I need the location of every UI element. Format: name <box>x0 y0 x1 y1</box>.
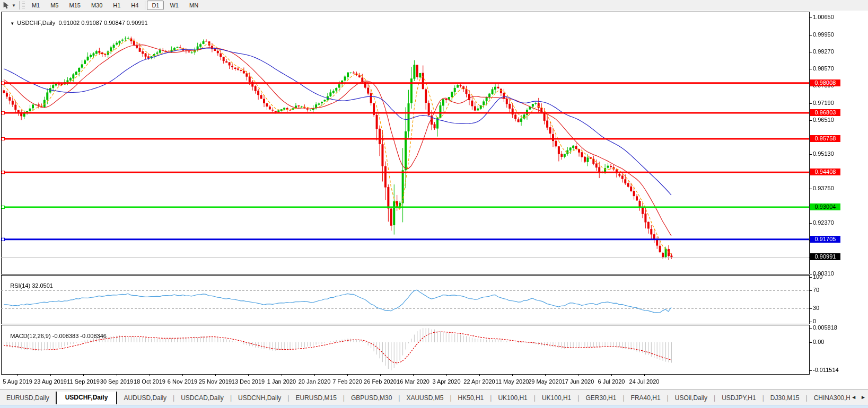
window-edge-strip <box>0 405 868 408</box>
date-tick-label: 20 Jan 2020 <box>299 378 331 385</box>
macd-signal-value: -0.008346 <box>80 333 107 339</box>
macd-name: MACD(12,26,9) <box>10 333 50 339</box>
tab-scroll-right-icon[interactable]: ► <box>861 394 866 400</box>
rsi-name: RSI(14) <box>10 282 30 289</box>
level-price-badge: 0.91705 <box>810 236 840 243</box>
date-tick-label: 16 Mar 2020 <box>397 378 429 385</box>
timeframe-button-M30[interactable]: M30 <box>86 1 107 10</box>
chart-tab-uk100-h1[interactable]: UK100,H1 <box>536 392 577 404</box>
date-tick-label: 3 Apr 2020 <box>432 378 460 385</box>
timeframe-button-M1[interactable]: M1 <box>27 1 45 10</box>
date-tick-label: 6 Jul 2020 <box>598 378 625 385</box>
chart-ohlc-title: ▼USDCHF,Daily 0.91002 0.91087 0.90847 0.… <box>4 13 148 32</box>
timeframe-button-D1[interactable]: D1 <box>147 1 164 10</box>
chart-tab-gbpusd-m30[interactable]: GBPUSD,M30 <box>345 392 398 404</box>
price-tick-label: 0.98570 <box>813 65 834 72</box>
price-tick-label: 0.97190 <box>813 100 834 106</box>
chart-symbol-period: USDCHF,Daily <box>17 20 55 26</box>
price-tick-label: 0.96510 <box>813 117 834 123</box>
date-tick-label: 11 May 2020 <box>496 378 529 385</box>
cursor-tool-caret-icon[interactable]: ▼ <box>12 3 16 8</box>
chart-tab-hk50-h1[interactable]: HK50,H1 <box>452 392 490 404</box>
current-price-badge: 0.90991 <box>810 253 840 260</box>
timeframe-button-M5[interactable]: M5 <box>46 1 63 10</box>
price-tick-label: 0.99270 <box>813 48 834 55</box>
date-tick-label: 24 Jul 2020 <box>629 378 660 385</box>
timeframe-button-H1[interactable]: H1 <box>108 1 125 10</box>
date-tick-label: 22 Apr 2020 <box>463 378 495 385</box>
chart-tab-eurusd-m15[interactable]: EURUSD,M15 <box>289 392 343 404</box>
chart-tab-fra40-h1[interactable]: FRA40,H1 <box>625 392 667 404</box>
macd-tick-label: 0.005818 <box>813 324 837 331</box>
date-tick-label: 25 Nov 2019 <box>199 378 232 385</box>
top-toolbar: ▼ M1M5M15M30H1H4D1W1MN <box>0 0 868 11</box>
chart-tab-bar: EURUSD,DailyUSDCHF,DailyAUDUSD,Daily|USD… <box>0 389 868 408</box>
chart-tab-xauusd-m5[interactable]: XAUUSD,M5 <box>400 392 450 404</box>
price-tick-label: 0.95130 <box>813 150 834 157</box>
mt4-terminal-window: { "toolbar": { "cursor_tool_icon": "char… <box>0 0 868 408</box>
level-price-badge: 0.93004 <box>810 203 840 210</box>
chart-window: ▼USDCHF,Daily 0.91002 0.91087 0.90847 0.… <box>0 11 868 389</box>
level-price-badge: 0.95758 <box>810 135 840 142</box>
toolbar-separator <box>19 1 20 10</box>
date-tick-label: 17 Jun 2020 <box>562 378 594 385</box>
date-tick-label: 23 Aug 2019 <box>34 378 67 385</box>
rsi-indicator-label: RSI(14) 32.0501 <box>4 276 53 295</box>
timeframe-button-M15[interactable]: M15 <box>64 1 85 10</box>
chart-tab-usoil-daily[interactable]: USOil,Daily <box>669 392 714 404</box>
macd-indicator-label: MACD(12,26,9) -0.008383 -0.008346 <box>4 326 107 345</box>
rsi-tick-label: 100 <box>813 273 822 280</box>
timeframe-button-H4[interactable]: H4 <box>126 1 143 10</box>
price-tick-label: 1.00650 <box>813 14 834 20</box>
chart-tab-usdcnh-daily[interactable]: USDCNH,Daily <box>232 392 287 404</box>
rsi-tick-label: 70 <box>813 287 819 293</box>
price-chart-canvas[interactable] <box>0 11 868 389</box>
price-tick-label: 0.92370 <box>813 219 834 226</box>
date-tick-label: 11 Sep 2019 <box>67 378 100 385</box>
timeframe-button-group: M1M5M15M30H1H4D1W1MN <box>27 1 204 10</box>
chart-ohlc-values: 0.91002 0.91087 0.90847 0.90991 <box>58 20 147 26</box>
level-price-badge: 0.96803 <box>810 109 840 116</box>
date-tick-label: 18 Oct 2019 <box>134 378 165 385</box>
chart-tab-dj30-m15[interactable]: DJ30,M15 <box>764 392 806 404</box>
tab-scroll-left-icon[interactable]: ◄ <box>851 394 856 400</box>
chart-tab-usdcad-daily[interactable]: USDCAD,Daily <box>174 392 230 404</box>
date-tick-label: 6 Nov 2019 <box>168 378 197 385</box>
date-tick-label: 5 Aug 2019 <box>3 378 32 385</box>
level-price-badge: 0.94408 <box>810 168 840 175</box>
chart-tab-usdjpy-h1[interactable]: USDJPY,H1 <box>715 392 762 404</box>
chart-tab-audusd-daily[interactable]: AUDUSD,Daily <box>117 392 173 404</box>
price-tick-label: 0.93750 <box>813 185 834 191</box>
chart-tab-usdchf-daily[interactable]: USDCHF,Daily <box>56 392 118 404</box>
chart-tab-uk100-h1[interactable]: UK100,H1 <box>492 392 533 404</box>
level-price-badge: 0.98008 <box>810 79 840 86</box>
price-tick-label: 0.99950 <box>813 31 834 38</box>
macd-tick-label: 0.00 <box>813 339 824 345</box>
date-tick-label: 1 Jan 2020 <box>267 378 296 385</box>
toolbar-grip-handle[interactable] <box>22 2 25 9</box>
date-tick-label: 13 Dec 2019 <box>232 378 265 385</box>
macd-value: -0.008383 <box>52 333 79 339</box>
timeframe-button-W1[interactable]: W1 <box>165 1 183 10</box>
toolbar-separator <box>145 1 145 10</box>
chart-cursor-icon[interactable] <box>2 1 11 10</box>
rsi-tick-label: 30 <box>813 305 819 311</box>
chart-tab-eurusd-daily[interactable]: EURUSD,Daily <box>0 392 56 404</box>
chart-tab-ger30-h1[interactable]: GER30,H1 <box>579 392 622 404</box>
timeframe-button-MN[interactable]: MN <box>185 1 203 10</box>
chart-collapse-caret-icon[interactable]: ▼ <box>10 21 14 26</box>
rsi-value: 32.0501 <box>32 282 53 289</box>
date-tick-label: 29 May 2020 <box>528 378 562 385</box>
date-tick-label: 26 Feb 2020 <box>364 378 397 385</box>
macd-tick-label: -0.011514 <box>813 367 839 373</box>
rsi-tick-label: 0 <box>813 318 816 324</box>
date-tick-label: 7 Feb 2020 <box>332 378 362 385</box>
chart-tab-china300-h4[interactable]: CHINA300,H4 <box>808 392 850 404</box>
date-tick-label: 30 Sep 2019 <box>100 378 133 385</box>
